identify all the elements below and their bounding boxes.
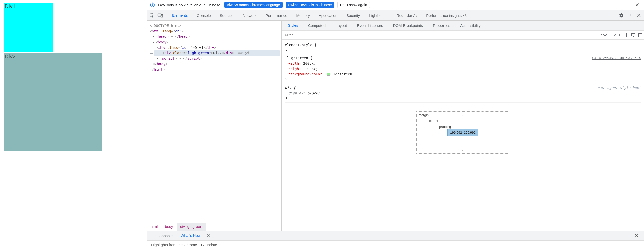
dom-div2-selected[interactable]: <div class="lightgreen">Div2</div> == $0	[154, 50, 280, 56]
dom-body-close[interactable]: </body>	[149, 61, 280, 67]
preview-badge-icon	[413, 14, 417, 17]
tab-elements[interactable]: Elements	[168, 11, 192, 20]
tab-security[interactable]: Security	[342, 11, 364, 20]
crumb-divlightgreen[interactable]: div.lightgreen	[177, 223, 206, 231]
dom-div1[interactable]: <div class="aqua">Div1</div>	[149, 45, 280, 51]
box-model[interactable]: margin - - - - border - - - -	[285, 103, 641, 160]
svg-rect-2	[152, 4, 153, 4]
svg-rect-4	[158, 14, 161, 16]
svg-rect-1	[152, 4, 153, 6]
page-div2-overlay[interactable]: Div2	[4, 53, 102, 151]
tab-dom-breakpoints[interactable]: DOM Breakpoints	[389, 21, 427, 30]
box-model-padding-label: padding	[439, 124, 451, 129]
svg-rect-7	[639, 33, 642, 37]
breadcrumb: html body div.lightgreen	[147, 223, 281, 231]
tab-console[interactable]: Console	[193, 11, 215, 20]
svg-rect-6	[632, 34, 635, 36]
hov-toggle[interactable]: :hov	[596, 33, 610, 37]
rule-element-style[interactable]: element.style { }	[285, 41, 641, 54]
rule-source-link[interactable]: 04-%E7%94%B…_ON_SAVE:14	[592, 55, 641, 61]
kebab-menu-icon[interactable]: ⋮	[627, 14, 633, 17]
page-div1[interactable]: Div1	[4, 3, 53, 52]
dom-script[interactable]: ▸<script> ⋯ </script>	[149, 56, 280, 61]
user-agent-label: user agent stylesheet	[596, 85, 641, 91]
tab-perf-insights[interactable]: Performance insights	[422, 11, 471, 20]
drawer-close-icon[interactable]: ✕	[632, 233, 642, 239]
dom-html-open[interactable]: <html lang="en">	[149, 29, 280, 34]
dom-line-actions-icon[interactable]: ⋯	[149, 51, 154, 56]
tab-styles[interactable]: Styles	[283, 21, 303, 30]
settings-gear-icon[interactable]	[618, 12, 625, 19]
tab-event-listeners[interactable]: Event Listeners	[352, 21, 387, 30]
tab-properties[interactable]: Properties	[428, 21, 455, 30]
drawer-body: Highlights from the Chrome 117 update	[147, 240, 644, 249]
color-swatch-icon[interactable]	[327, 73, 330, 76]
infobar-close-icon[interactable]: ✕	[633, 2, 641, 8]
tab-memory[interactable]: Memory	[292, 11, 314, 20]
new-style-rule-icon[interactable]	[623, 32, 630, 39]
tab-layout[interactable]: Layout	[331, 21, 351, 30]
tab-recorder[interactable]: Recorder	[393, 11, 421, 20]
elements-pane: <!DOCTYPE html> <html lang="en"> ▸<head>…	[147, 21, 282, 231]
styles-rules[interactable]: element.style { } 04-%E7%94%B…_ON_SAVE:1…	[282, 40, 644, 161]
dom-head[interactable]: ▸<head> ⋯ </head>	[149, 34, 280, 39]
styles-filter-input[interactable]	[282, 31, 596, 39]
inspect-element-icon[interactable]	[149, 12, 156, 19]
crumb-html[interactable]: html	[147, 223, 161, 231]
tab-computed[interactable]: Computed	[304, 21, 330, 30]
rule-lightgreen[interactable]: 04-%E7%94%B…_ON_SAVE:14 .lightgreen { wi…	[285, 54, 641, 84]
device-styles-icon[interactable]	[630, 32, 637, 39]
tab-sources[interactable]: Sources	[216, 11, 238, 20]
tab-network[interactable]: Network	[239, 11, 261, 20]
devtools: DevTools is now available in Chinese! Al…	[147, 0, 644, 249]
switch-to-chinese-button[interactable]: Switch DevTools to Chinese	[286, 2, 334, 8]
drawer-kebab-icon[interactable]: ⋮	[149, 234, 155, 238]
devtools-close-icon[interactable]	[635, 12, 642, 19]
drawer-tab-console[interactable]: Console	[155, 232, 177, 240]
drawer-tab-close-icon[interactable]: ✕	[205, 233, 212, 238]
cls-toggle[interactable]: .cls	[609, 33, 623, 37]
tab-lighthouse[interactable]: Lighthouse	[365, 11, 391, 20]
box-model-content: 199.992×199.992	[447, 129, 478, 136]
tab-application[interactable]: Application	[315, 11, 341, 20]
device-toolbar-icon[interactable]	[157, 12, 164, 19]
styles-subtabs: Styles Computed Layout Event Listeners D…	[282, 21, 644, 31]
devtools-main-tabs: Elements Console Sources Network Perform…	[147, 10, 644, 21]
styles-pane: Styles Computed Layout Event Listeners D…	[282, 21, 644, 231]
dom-doctype[interactable]: <!DOCTYPE html>	[150, 24, 181, 28]
info-icon	[150, 2, 155, 8]
dom-body-open[interactable]: ▾<body>	[149, 39, 280, 45]
drawer-tab-whatsnew[interactable]: What's New	[177, 231, 205, 240]
dom-html-close[interactable]: </html>	[149, 67, 280, 72]
dont-show-again-button[interactable]: Don't show again	[337, 2, 370, 8]
language-infobar: DevTools is now available in Chinese! Al…	[147, 0, 644, 10]
rendered-page[interactable]: Div1 Div2	[0, 0, 147, 249]
tab-accessibility[interactable]: Accessibility	[456, 21, 485, 30]
infobar-message: DevTools is now available in Chinese!	[158, 3, 221, 7]
rule-div-ua[interactable]: user agent stylesheet div { display: blo…	[285, 84, 641, 103]
crumb-body[interactable]: body	[161, 223, 177, 231]
always-match-language-button[interactable]: Always match Chrome's language	[224, 2, 283, 8]
computed-sidebar-icon[interactable]	[637, 32, 644, 39]
dom-tree[interactable]: <!DOCTYPE html> <html lang="en"> ▸<head>…	[147, 21, 281, 223]
preview-badge-icon	[463, 14, 467, 17]
drawer: ⋮ Console What's New ✕ ✕ Highlights from…	[147, 231, 644, 249]
styles-filter-row: :hov .cls	[282, 31, 644, 40]
tab-performance[interactable]: Performance	[262, 11, 291, 20]
